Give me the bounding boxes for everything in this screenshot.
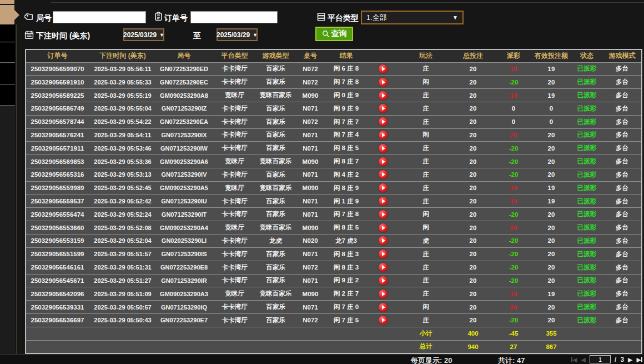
column-header: 局号 bbox=[157, 49, 212, 62]
play-video-button[interactable] bbox=[379, 183, 388, 192]
cell-round-no: GN071253290IZ bbox=[157, 102, 212, 115]
search-button[interactable]: 查询 bbox=[315, 27, 353, 41]
cell-empty bbox=[603, 340, 642, 353]
sidebar-item[interactable] bbox=[0, 63, 15, 84]
cell-platform: 竞咪厅 bbox=[212, 181, 258, 195]
cell-round-no: GN071253290IT bbox=[157, 208, 212, 221]
table-row: 2503290565867492025-03-29 05:55:04GN0712… bbox=[26, 102, 642, 115]
play-video-button[interactable] bbox=[379, 197, 388, 206]
play-video-button[interactable] bbox=[379, 64, 388, 73]
cell-empty bbox=[294, 327, 327, 340]
sidebar-item[interactable] bbox=[0, 43, 15, 63]
cell-bet-time: 2025-03-29 05:51:57 bbox=[89, 247, 157, 261]
pagination-bar: 每页显示: 20 共计: 47 ◀ ◀ / 3 ▶ ▶ bbox=[0, 355, 644, 364]
sidebar-lower-area bbox=[0, 106, 15, 364]
date-to-picker[interactable]: 2025/03/29 ▼ bbox=[217, 28, 258, 41]
table-row: 2503290565595372025-03-29 05:52:42GN0712… bbox=[26, 195, 642, 208]
cell-empty bbox=[89, 340, 157, 353]
cell-play-type: 庄 bbox=[401, 261, 451, 274]
play-video-button[interactable] bbox=[379, 290, 388, 298]
play-video-button[interactable] bbox=[379, 223, 388, 232]
cell-game-mode: 多台 bbox=[603, 76, 642, 89]
play-video-button[interactable] bbox=[379, 250, 388, 258]
play-video-button[interactable] bbox=[379, 276, 388, 285]
game-no-input[interactable] bbox=[53, 11, 146, 23]
cell-bet-time: 2025-03-29 05:51:31 bbox=[89, 261, 157, 274]
cell-video bbox=[365, 235, 401, 248]
cell-round-no: GN071253290IV bbox=[157, 168, 212, 182]
cell-video bbox=[365, 195, 401, 208]
sidebar-item[interactable] bbox=[0, 24, 15, 42]
play-video-button[interactable] bbox=[379, 236, 388, 245]
cell-video bbox=[365, 89, 401, 102]
cell-valid-bet: 0 bbox=[532, 115, 571, 128]
column-header: 结果 bbox=[327, 49, 365, 62]
cell-table-no: N071 bbox=[294, 128, 327, 142]
cell-result: 闲 7 庄 8 bbox=[327, 208, 365, 221]
play-video-button[interactable] bbox=[379, 117, 388, 126]
cell-order: 250329056589225 bbox=[26, 89, 89, 102]
play-video-button[interactable] bbox=[379, 131, 388, 139]
cell-result: 闲 8 庄 7 bbox=[327, 155, 365, 168]
play-video-button[interactable] bbox=[379, 316, 388, 325]
cell-round-no: GN071253290IQ bbox=[157, 301, 212, 314]
play-video-button[interactable] bbox=[379, 170, 388, 179]
cell-order: 250329056539331 bbox=[26, 301, 89, 314]
cell-bet-time: 2025-03-29 05:53:13 bbox=[89, 168, 157, 182]
first-page-icon[interactable]: ◀ bbox=[571, 356, 577, 363]
cell-round-no: GN071253290IR bbox=[157, 274, 212, 287]
table-row: 2503290565393312025-03-29 05:50:57GN0712… bbox=[26, 301, 642, 314]
cell-game-mode: 多台 bbox=[603, 89, 642, 102]
date-from-picker[interactable]: 2025/03/29 ▼ bbox=[123, 28, 164, 41]
cell-empty bbox=[26, 327, 89, 340]
cell-payout: -20 bbox=[495, 261, 532, 274]
cell-play-type: 庄 bbox=[401, 181, 451, 195]
cell-empty bbox=[327, 340, 365, 353]
play-video-button[interactable] bbox=[379, 303, 388, 312]
play-video-button[interactable] bbox=[379, 91, 388, 100]
cell-bet-time: 2025-03-29 05:51:09 bbox=[89, 287, 157, 301]
cell-table-no: N072 bbox=[294, 261, 327, 274]
play-video-button[interactable] bbox=[379, 144, 388, 153]
cell-result: 闲 7 庄 5 bbox=[327, 313, 365, 327]
cell-order: 250329056536697 bbox=[26, 313, 89, 327]
cell-game-type: 竞咪百家乐 bbox=[258, 89, 294, 102]
cell-video bbox=[365, 62, 401, 76]
cell-result: 闲 8 庄 5 bbox=[327, 142, 365, 155]
cell-game-type: 百家乐 bbox=[258, 301, 294, 314]
cell-platform: 卡卡湾厅 bbox=[212, 62, 258, 76]
play-video-button[interactable] bbox=[379, 78, 388, 87]
cell-order: 250329056576241 bbox=[26, 128, 89, 142]
cell-bet-time: 2025-03-29 05:50:57 bbox=[89, 301, 157, 314]
cell-payout: -20 bbox=[495, 168, 532, 182]
sidebar-item[interactable] bbox=[0, 85, 15, 106]
cell-total-bet: 20 bbox=[451, 301, 495, 314]
play-video-button[interactable] bbox=[379, 263, 388, 272]
cell-bet-time: 2025-03-29 05:55:19 bbox=[89, 89, 157, 102]
cell-platform: 卡卡湾厅 bbox=[212, 247, 258, 261]
per-page-label: 每页显示: 20 bbox=[411, 356, 452, 364]
cell-bet-time: 2025-03-29 05:51:27 bbox=[89, 274, 157, 287]
cell-game-mode: 多台 bbox=[603, 274, 642, 287]
page-number-input[interactable] bbox=[590, 355, 611, 363]
prev-page-icon[interactable]: ◀ bbox=[581, 356, 586, 363]
next-page-icon[interactable]: ▶ bbox=[628, 356, 632, 363]
order-no-input[interactable] bbox=[190, 11, 278, 23]
cell-order: 250329056586749 bbox=[26, 102, 89, 115]
cell-bet-time: 2025-03-29 05:50:43 bbox=[89, 313, 157, 327]
chevron-down-icon: ▼ bbox=[253, 32, 258, 38]
table-row: 2503290565564742025-03-29 05:52:24GN0712… bbox=[26, 208, 642, 221]
platform-type-select[interactable]: 1.全部 ▼ bbox=[361, 11, 464, 24]
last-page-icon[interactable]: ▶ bbox=[637, 356, 642, 363]
sidebar-active-tab[interactable] bbox=[0, 5, 14, 24]
game-no-label: 局号 bbox=[36, 13, 52, 23]
cell-valid-bet: 19 bbox=[532, 62, 571, 76]
cell-empty bbox=[212, 327, 258, 340]
cell-payout: 0 bbox=[495, 115, 532, 128]
play-video-button[interactable] bbox=[379, 104, 388, 113]
play-video-button[interactable] bbox=[379, 157, 388, 166]
cell-total-bet: 20 bbox=[451, 208, 495, 221]
cell-payout: 20 bbox=[495, 301, 532, 314]
play-video-button[interactable] bbox=[379, 210, 388, 219]
cell-table-no: N071 bbox=[294, 208, 327, 221]
